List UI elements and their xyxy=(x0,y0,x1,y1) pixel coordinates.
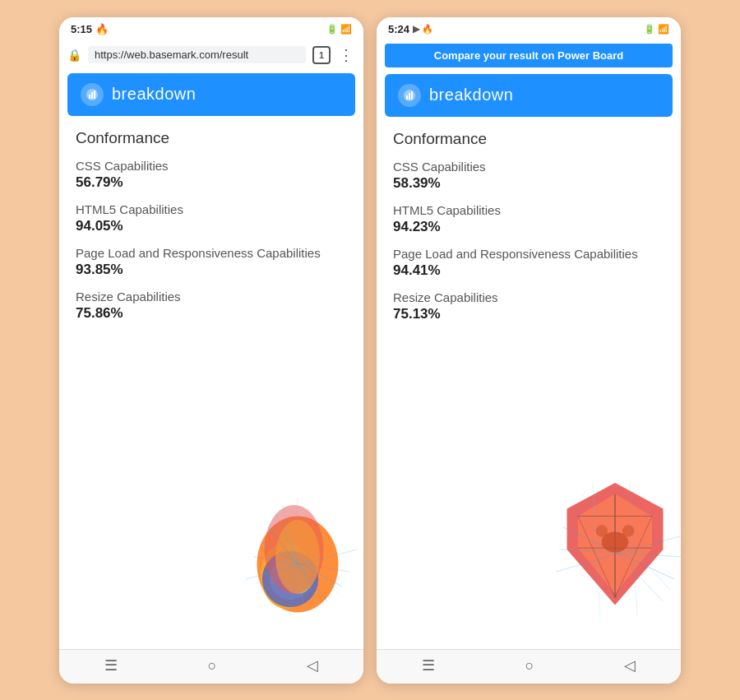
breakdown-icon-2 xyxy=(398,84,421,107)
svg-marker-22 xyxy=(567,483,664,605)
phone-firefox: 5:15 🔥 🔋 📶 🔒 https://web.basemark.com/re… xyxy=(59,17,363,684)
url-input-1[interactable]: https://web.basemark.com/result xyxy=(88,46,306,63)
svg-line-11 xyxy=(261,542,342,586)
css-cap-label-1: CSS Capabilities xyxy=(76,159,347,173)
breakdown-label-1: breakdown xyxy=(112,85,196,104)
svg-line-13 xyxy=(253,557,349,572)
resize-value-2: 75.13% xyxy=(393,306,664,322)
content-1: Conformance CSS Capabilities 56.79% HTML… xyxy=(59,119,363,649)
svg-marker-23 xyxy=(578,494,652,594)
svg-rect-19 xyxy=(406,95,408,100)
svg-line-32 xyxy=(582,494,671,590)
status-time-2: 5:24 xyxy=(388,23,409,35)
html5-label-2: HTML5 Capabilities xyxy=(393,203,664,217)
html5-value-1: 94.05% xyxy=(76,218,347,234)
svg-line-10 xyxy=(268,527,327,601)
address-bar-1: 🔒 https://web.basemark.com/result 1 ⋮ xyxy=(59,40,363,70)
phone-brave: 5:24 ▶ 🔥 🔋 📶 Compare your result on Powe… xyxy=(377,17,681,684)
svg-rect-2 xyxy=(91,92,93,99)
pageload-value-1: 93.85% xyxy=(76,262,347,278)
svg-line-12 xyxy=(275,512,320,609)
svg-line-17 xyxy=(290,498,298,616)
resize-label-1: Resize Capabilities xyxy=(76,290,347,304)
html5-label-1: HTML5 Capabilities xyxy=(76,202,347,216)
svg-point-9 xyxy=(265,505,324,594)
conformance-title-2: Conformance xyxy=(393,130,664,148)
battery-icon-1: 🔋 xyxy=(326,24,338,35)
css-cap-value-1: 56.79% xyxy=(76,174,347,191)
breakdown-label-2: breakdown xyxy=(429,86,513,104)
svg-line-15 xyxy=(246,549,357,579)
svg-point-5 xyxy=(261,542,312,609)
battery-icon-2: 🔋 xyxy=(644,24,655,35)
home-icon-1[interactable]: ○ xyxy=(208,657,217,675)
svg-point-36 xyxy=(602,531,628,552)
back-icon-2[interactable]: ◁ xyxy=(624,656,636,675)
svg-point-7 xyxy=(270,558,311,599)
conformance-title-1: Conformance xyxy=(76,129,347,147)
breakdown-header-1[interactable]: breakdown xyxy=(67,73,355,116)
svg-point-37 xyxy=(596,525,608,536)
menu-dots-1[interactable]: ⋮ xyxy=(337,46,355,64)
svg-line-29 xyxy=(563,527,674,579)
content-2: Conformance CSS Capabilities 58.39% HTML… xyxy=(377,120,681,649)
status-icons-2: 🔋 📶 xyxy=(644,24,669,35)
pageload-label-1: Page Load and Responsiveness Capabilitie… xyxy=(76,246,347,260)
svg-rect-1 xyxy=(89,95,90,99)
breakdown-header-2[interactable]: breakdown xyxy=(385,74,673,117)
svg-line-16 xyxy=(265,520,339,594)
breakdown-icon-1 xyxy=(81,83,104,106)
svg-line-33 xyxy=(556,535,681,572)
back-icon-1[interactable]: ◁ xyxy=(307,656,318,675)
resize-value-1: 75.86% xyxy=(76,305,347,322)
brave-logo xyxy=(541,468,681,616)
nav-bar-1: ☰ ○ ◁ xyxy=(59,649,363,684)
svg-point-4 xyxy=(257,516,339,612)
svg-point-38 xyxy=(622,525,634,536)
svg-line-28 xyxy=(615,516,652,597)
pageload-value-2: 94.41% xyxy=(393,262,664,279)
html5-value-2: 94.23% xyxy=(393,219,664,235)
svg-line-35 xyxy=(630,483,637,616)
css-cap-label-2: CSS Capabilities xyxy=(393,160,664,174)
menu-icon-2[interactable]: ☰ xyxy=(422,656,435,675)
firefox-logo xyxy=(224,468,363,616)
status-time-1: 5:15 xyxy=(71,23,92,35)
status-icons-1: 🔋 📶 xyxy=(326,24,352,35)
svg-rect-3 xyxy=(94,90,95,99)
svg-line-27 xyxy=(578,516,615,597)
tab-badge-1[interactable]: 1 xyxy=(312,46,331,64)
svg-rect-21 xyxy=(411,91,413,100)
pageload-label-2: Page Load and Responsiveness Capabilitie… xyxy=(393,247,664,261)
menu-icon-1[interactable]: ☰ xyxy=(104,656,118,675)
css-cap-value-2: 58.39% xyxy=(393,175,664,192)
status-bar-2: 5:24 ▶ 🔥 🔋 📶 xyxy=(377,17,681,40)
resize-label-2: Resize Capabilities xyxy=(393,290,664,304)
svg-line-14 xyxy=(283,505,305,613)
svg-rect-20 xyxy=(409,93,410,100)
svg-line-31 xyxy=(575,508,664,601)
signal-icon-2: 📶 xyxy=(658,24,669,35)
status-bar-1: 5:15 🔥 🔋 📶 xyxy=(59,17,363,40)
nav-bar-2: ☰ ○ ◁ xyxy=(377,649,681,684)
home-icon-2[interactable]: ○ xyxy=(525,657,534,675)
svg-line-34 xyxy=(593,483,600,616)
signal-icon-1: 📶 xyxy=(340,24,352,35)
svg-line-30 xyxy=(560,549,682,557)
power-board-button[interactable]: Compare your result on Power Board xyxy=(385,44,673,67)
svg-point-6 xyxy=(262,550,318,606)
svg-point-8 xyxy=(275,520,320,594)
lock-icon-1: 🔒 xyxy=(67,49,81,62)
